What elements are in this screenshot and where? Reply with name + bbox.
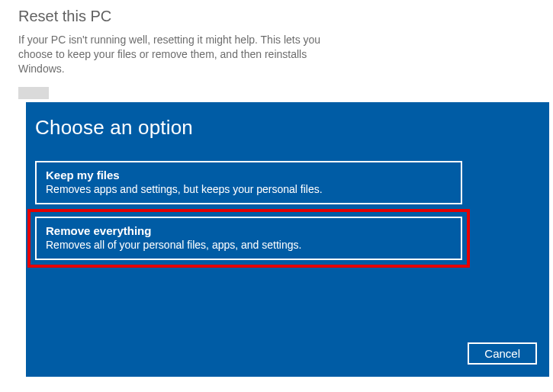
dialog-title: Choose an option xyxy=(35,116,540,140)
option-remove-everything[interactable]: Remove everything Removes all of your pe… xyxy=(35,217,462,260)
option-description: Removes all of your personal files, apps… xyxy=(46,239,452,251)
settings-reset-page: Reset this PC If your PC isn't running w… xyxy=(0,0,553,107)
dialog-footer: Cancel xyxy=(468,342,537,365)
option-keep-my-files[interactable]: Keep my files Removes apps and settings,… xyxy=(35,161,462,204)
option-description: Removes apps and settings, but keeps you… xyxy=(46,183,452,195)
page-title: Reset this PC xyxy=(18,8,535,25)
reset-options-dialog: Choose an option Keep my files Removes a… xyxy=(26,102,549,377)
page-description: If your PC isn't running well, resetting… xyxy=(18,33,346,76)
cancel-button[interactable]: Cancel xyxy=(468,342,537,365)
option-title: Keep my files xyxy=(46,169,452,182)
get-started-button[interactable] xyxy=(18,87,49,99)
option-title: Remove everything xyxy=(46,224,452,237)
options-list: Keep my files Removes apps and settings,… xyxy=(35,161,462,260)
